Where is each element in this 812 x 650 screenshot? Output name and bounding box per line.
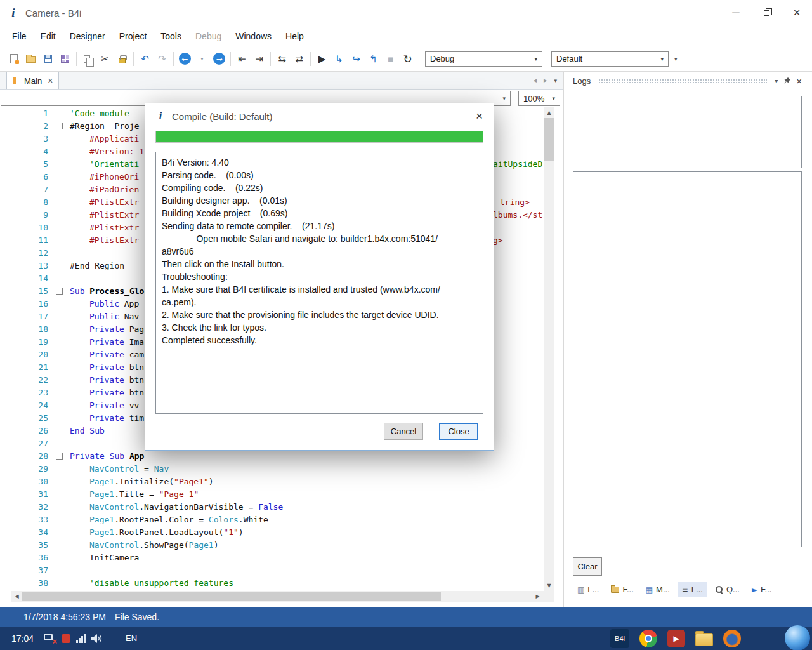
firefox-icon[interactable] <box>723 630 741 647</box>
cancel-button[interactable]: Cancel <box>384 423 423 440</box>
scroll-down-icon[interactable]: ▼ <box>544 580 554 591</box>
fold-margin <box>56 425 66 437</box>
vertical-scrollbar[interactable]: ▲ ▼ <box>544 107 554 591</box>
menu-project[interactable]: Project <box>112 27 154 45</box>
outdent-button[interactable]: ⇤ <box>233 50 251 67</box>
menu-tools[interactable]: Tools <box>154 27 188 45</box>
panel-tab-quick-search[interactable]: Q... <box>710 582 744 597</box>
collapse-icon[interactable]: − <box>56 453 63 460</box>
copy-button[interactable] <box>79 50 96 67</box>
file-explorer-icon[interactable] <box>695 633 713 646</box>
undo-button[interactable]: ↶ <box>136 50 154 67</box>
tab-close-icon[interactable]: × <box>48 76 53 86</box>
new-button[interactable] <box>5 50 22 67</box>
designer-button[interactable] <box>56 50 74 67</box>
tab-main[interactable]: Main × <box>6 72 59 89</box>
compile-log-line: Troubleshooting: <box>162 270 477 283</box>
navigate-forward-button[interactable]: → <box>211 50 228 67</box>
tray-app-icon[interactable] <box>62 634 70 643</box>
pin-icon[interactable] <box>783 77 791 85</box>
scroll-left-icon[interactable]: ◀ <box>11 591 22 602</box>
panel-tab-find-references[interactable]: ►F... <box>747 582 776 597</box>
step-out-button[interactable]: ↰ <box>365 50 382 67</box>
menu-designer[interactable]: Designer <box>63 27 112 45</box>
line-number: 31 <box>0 488 56 501</box>
panel-tab-files[interactable]: F... <box>606 582 638 597</box>
scroll-up-icon[interactable]: ▲ <box>544 107 554 118</box>
dialog-title-bar[interactable]: i Compile (Build: Default) × <box>145 103 494 129</box>
toolbar-overflow-icon[interactable]: ▾ <box>674 56 678 62</box>
scroll-right-icon[interactable]: ▶ <box>532 591 543 602</box>
maximize-icon[interactable] <box>751 0 782 25</box>
language-indicator[interactable]: EN <box>126 633 137 643</box>
code-line[interactable]: 31Page1.Title = "Page 1" <box>0 488 544 501</box>
step-over-button[interactable]: ↪ <box>348 50 365 67</box>
close-icon[interactable]: × <box>782 0 812 25</box>
menu-file[interactable]: File <box>5 27 34 45</box>
redo-button[interactable]: ↷ <box>154 50 171 67</box>
build-configuration-dropdown[interactable]: Debug ▾ <box>425 51 542 67</box>
compile-log-line: Compiling code. (0.22s) <box>162 182 477 194</box>
vertical-scroll-thumb[interactable] <box>544 118 554 161</box>
code-line[interactable]: 29NavControl = Nav <box>0 463 544 475</box>
network-globe-icon[interactable] <box>785 625 810 650</box>
code-line[interactable]: 34Page1.RootPanel.LoadLayout("1") <box>0 526 544 539</box>
logs-icon: ≡ <box>682 585 688 594</box>
run-button[interactable]: ▶ <box>313 50 331 67</box>
indent-button[interactable]: ⇥ <box>251 50 268 67</box>
menu-debug[interactable]: Debug <box>188 27 228 45</box>
code-text <box>66 272 70 285</box>
signal-strength-icon[interactable] <box>76 634 86 643</box>
menu-windows[interactable]: Windows <box>228 27 278 45</box>
panel-menu-icon[interactable]: ▾ <box>775 77 778 84</box>
zoom-selector-dropdown[interactable]: 100% ▾ <box>518 91 560 106</box>
media-player-icon[interactable]: ▶ <box>667 630 685 647</box>
volume-icon[interactable] <box>91 634 103 643</box>
tab-scroll-left-icon[interactable]: ◂ <box>533 76 537 84</box>
open-button[interactable] <box>22 50 39 67</box>
line-number: 30 <box>0 475 56 488</box>
network-status-icon[interactable]: × <box>43 633 56 644</box>
comment-button[interactable]: ⇆ <box>273 50 291 67</box>
compile-log[interactable]: B4i Version: 4.40Parsing code. (0.00s)Co… <box>155 152 483 414</box>
code-line[interactable]: 37 <box>0 564 544 577</box>
clear-logs-button[interactable]: Clear <box>573 557 602 576</box>
panel-tab-logs[interactable]: ≡L... <box>678 582 707 597</box>
save-button[interactable] <box>39 50 56 67</box>
code-line[interactable]: 32NavControl.NavigationBarVisible = Fals… <box>0 501 544 514</box>
collapse-icon[interactable]: − <box>56 288 63 295</box>
code-line[interactable]: 38'disable unsupported features <box>0 577 544 590</box>
code-line[interactable]: 30Page1.Initialize("Page1") <box>0 475 544 488</box>
tab-scroll-right-icon[interactable]: ▸ <box>544 76 547 84</box>
panel-drag-grip[interactable] <box>598 79 767 83</box>
panel-tab-modules[interactable]: ▦M... <box>641 582 674 597</box>
cut-button[interactable]: ✂ <box>96 50 114 67</box>
panel-tab-libraries[interactable]: ▥L... <box>573 582 603 597</box>
horizontal-scrollbar[interactable]: ◀ ▶ <box>11 591 543 602</box>
lock-button[interactable] <box>114 50 131 67</box>
restart-button[interactable]: ↻ <box>399 50 416 67</box>
step-into-button[interactable]: ↳ <box>331 50 348 67</box>
menu-edit[interactable]: Edit <box>34 27 63 45</box>
dialog-close-icon[interactable]: × <box>473 109 485 123</box>
collapse-icon[interactable]: − <box>56 123 63 129</box>
chrome-icon[interactable] <box>639 630 657 647</box>
panel-close-icon[interactable]: × <box>796 76 802 86</box>
tab-list-icon[interactable]: ▾ <box>554 77 557 84</box>
horizontal-scroll-thumb[interactable] <box>22 592 441 601</box>
menu-help[interactable]: Help <box>278 27 311 45</box>
code-line[interactable]: 35NavControl.ShowPage(Page1) <box>0 539 544 552</box>
code-line[interactable]: 33Page1.RootPanel.Color = Colors.White <box>0 514 544 526</box>
uncomment-button[interactable]: ⇄ <box>291 50 308 67</box>
code-line[interactable]: 28−Private Sub App <box>0 450 544 463</box>
bookmark-button[interactable]: • <box>193 50 211 67</box>
minimize-icon[interactable]: ─ <box>721 0 751 25</box>
toolbar-separator <box>76 52 77 66</box>
code-fragment: tring> <box>500 196 530 209</box>
code-line[interactable]: 36InitCamera <box>0 552 544 564</box>
close-dialog-button[interactable]: Close <box>439 423 478 440</box>
stop-button[interactable]: ▪ <box>382 50 399 67</box>
layout-variant-dropdown[interactable]: Default ▾ <box>551 51 669 67</box>
b4i-taskbar-icon[interactable]: B4i <box>610 629 629 648</box>
navigate-back-button[interactable]: ← <box>176 50 193 67</box>
